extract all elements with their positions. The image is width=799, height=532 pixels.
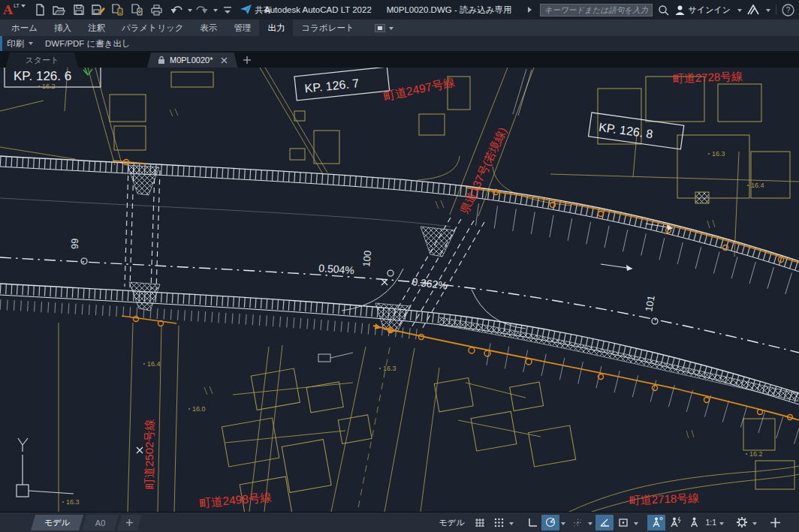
svg-text:0.362%: 0.362% [412, 275, 448, 292]
tab-parametric[interactable]: パラメトリック [113, 20, 191, 36]
open-web-mobile-icon [111, 4, 124, 16]
osnap-tracking-caret-icon[interactable] [588, 522, 592, 527]
snap-dots-icon [493, 517, 505, 528]
title-bar: A LT [0, 0, 799, 20]
model-space-toggle[interactable]: モデル [439, 517, 465, 528]
autodesk-mark-icon[interactable] [747, 5, 759, 15]
slope-labels: 0.504% 0.362% [318, 262, 448, 292]
annotation-scale-icon-button[interactable] [685, 515, 703, 530]
file-tab-drawing[interactable]: M0PL0020* [147, 53, 238, 68]
divider [776, 5, 776, 15]
station-number-labels: 99 100 101 [69, 239, 657, 313]
quick-access-toolbar: A LT [0, 0, 272, 20]
polar-caret-icon[interactable] [561, 522, 565, 527]
search-icon[interactable] [658, 5, 669, 16]
label-road-2718: 町道2718号線 [629, 491, 700, 506]
open-button[interactable] [50, 1, 69, 19]
new-drawing-button[interactable] [30, 1, 50, 19]
label-road-2498: 町道2498号線 [199, 491, 273, 509]
app-store-caret-icon[interactable] [766, 9, 770, 14]
svg-text:16.2: 16.2 [749, 450, 763, 458]
new-file-tab-button[interactable] [240, 53, 255, 68]
ditto-marks [170, 109, 715, 438]
new-file-icon [34, 4, 46, 16]
search-expand-icon[interactable] [528, 7, 535, 13]
panel-plot-flyout-icon[interactable] [29, 42, 33, 47]
close-icon[interactable] [221, 57, 228, 64]
object-snap-tracking-toggle[interactable] [568, 515, 586, 530]
open-from-web-mobile-button[interactable] [108, 1, 128, 19]
angle-icon [598, 517, 611, 528]
label-road-2502: 町道2502号線 [143, 419, 155, 489]
svg-text:16.0: 16.0 [192, 405, 206, 413]
label-road-2497: 町道2497号線 [382, 75, 456, 103]
tab-output[interactable]: 出力 [259, 20, 293, 36]
save-button[interactable] [69, 1, 89, 19]
sign-in-label: サインイン [689, 5, 731, 16]
tab-view[interactable]: 表示 [191, 20, 225, 36]
app-menu-button[interactable]: A LT [3, 2, 26, 18]
layout-tab-model[interactable]: モデル [31, 515, 83, 530]
ribbon-collapse-button[interactable] [370, 20, 398, 36]
svg-text:16.3: 16.3 [66, 498, 80, 506]
kp-label-126-7: KP. 126. 7 [294, 68, 390, 101]
customize-plus-icon [770, 517, 781, 528]
tab-collaborate[interactable]: コラボレート [293, 20, 362, 36]
grid-display-toggle[interactable] [471, 515, 489, 530]
save-as-button[interactable] [89, 1, 108, 19]
plus-icon [126, 518, 133, 525]
ortho-mode-toggle[interactable] [523, 515, 541, 530]
svg-text:KP. 126. 7: KP. 126. 7 [304, 77, 360, 95]
panel-accent-bar [0, 36, 2, 51]
annotation-visibility-icon [650, 516, 663, 528]
tab-manage[interactable]: 管理 [225, 20, 259, 36]
lock-icon [158, 56, 165, 65]
share-plane-icon [240, 5, 252, 15]
object-snap-caret-icon[interactable] [634, 522, 638, 527]
qat-customize-button[interactable] [218, 1, 237, 19]
annotation-visibility-toggle[interactable] [647, 515, 665, 530]
annotation-scale-caret-icon[interactable] [719, 522, 724, 527]
status-customize-button[interactable] [766, 515, 784, 530]
tab-annotate[interactable]: 注釈 [80, 20, 113, 36]
snap-mode-toggle[interactable] [490, 515, 508, 530]
panel-export-dwf-pdf[interactable]: DWF/PDF に書き出し [45, 38, 131, 50]
svg-text:16.2: 16.2 [42, 83, 56, 90]
annotation-autoscale-toggle[interactable] [666, 515, 684, 530]
window-title: Autodesk AutoCAD LT 2022 M0PL0020.DWG - … [264, 0, 511, 20]
drawing-area[interactable]: KP. 126. 6 KP. 126. 7 KP. 126. 8 町道2497号… [0, 68, 799, 512]
sign-in-caret-icon[interactable] [737, 9, 742, 14]
file-tab-label: M0PL0020* [170, 56, 213, 65]
polar-icon [544, 516, 556, 528]
layout-tabs: モデル A0 [0, 515, 140, 530]
save-as-icon [92, 4, 105, 16]
panel-plot[interactable]: 印刷 [7, 38, 24, 50]
file-tab-start[interactable]: スタート [6, 53, 78, 68]
new-layout-button[interactable] [117, 515, 142, 530]
help-icon[interactable]: ? [782, 4, 794, 17]
object-snap-toggle[interactable] [614, 515, 632, 530]
workspace-caret-icon[interactable] [752, 522, 757, 527]
printer-icon [150, 4, 163, 16]
isometric-angle-toggle[interactable] [595, 515, 614, 530]
undo-button[interactable] [167, 1, 186, 19]
plot-button[interactable] [147, 1, 167, 19]
redo-button[interactable] [192, 1, 212, 19]
building-outlines [110, 72, 794, 512]
sign-in-button[interactable]: サインイン [674, 5, 731, 16]
save-to-web-mobile-button[interactable] [128, 1, 147, 19]
tab-insert[interactable]: 挿入 [46, 20, 80, 36]
grid-icon [474, 517, 486, 528]
tab-home[interactable]: ホーム [3, 20, 46, 36]
polar-tracking-toggle[interactable] [541, 515, 559, 530]
save-web-mobile-icon [131, 4, 143, 16]
workspace-settings-button[interactable] [733, 515, 751, 530]
annotation-scale-value[interactable]: 1:1 [704, 518, 718, 527]
snap-caret-icon[interactable] [509, 522, 514, 527]
svg-text:16.4: 16.4 [147, 360, 161, 368]
ribbon-tab-bar: ホーム 挿入 注釈 パラメトリック 表示 管理 出力 コラボレート [0, 20, 799, 36]
qat-menu-icon [223, 5, 232, 14]
help-search-input[interactable] [540, 4, 653, 17]
svg-text:KP. 126. 8: KP. 126. 8 [598, 121, 653, 141]
layout-tab-a0[interactable]: A0 [82, 515, 119, 530]
